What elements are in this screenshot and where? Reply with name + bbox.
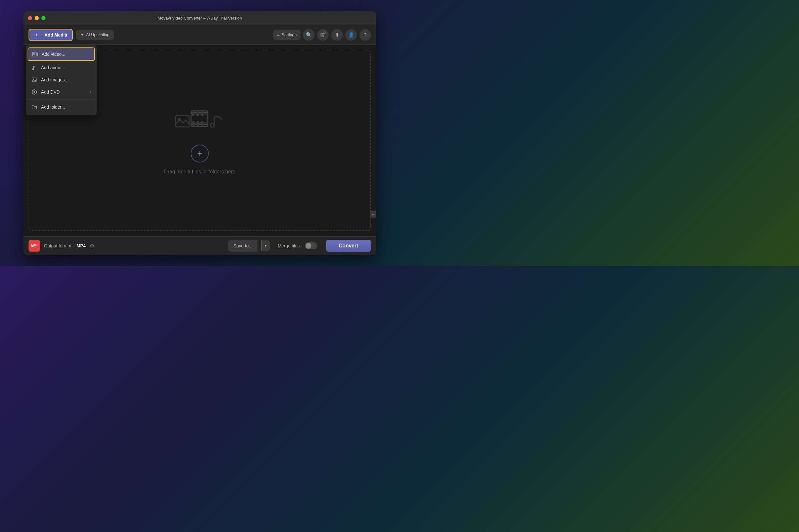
svg-point-6: [32, 90, 37, 94]
toolbar-right: ≡ Settings 🔍 🛒 ⬆ 👤 ?: [273, 29, 371, 41]
plus-icon: ＋: [34, 32, 39, 38]
save-to-button[interactable]: Save to...: [228, 240, 258, 251]
app-window: Movavi Video Converter – 7-Day Trial Ver…: [23, 11, 376, 255]
search-icon: 🔍: [306, 32, 312, 38]
ai-upscaling-button[interactable]: ✦ AI Upscaling: [76, 30, 114, 40]
add-folder-label: Add folder...: [41, 104, 65, 110]
share-button[interactable]: ⬆: [331, 29, 343, 41]
save-to-label: Save to...: [234, 243, 252, 248]
add-media-dropdown: Add video... Add audio...: [26, 44, 96, 115]
gear-icon: ⚙: [90, 242, 95, 249]
menu-item-add-audio[interactable]: Add audio...: [26, 61, 96, 74]
ai-upscaling-label: AI Upscaling: [86, 32, 109, 37]
cart-icon: 🛒: [320, 32, 326, 38]
share-icon: ⬆: [335, 32, 339, 38]
audio-icon: [32, 65, 37, 71]
folder-icon: [32, 104, 37, 110]
svg-rect-16: [192, 121, 194, 126]
add-files-button[interactable]: +: [191, 145, 209, 163]
submenu-arrow-icon: ›: [90, 90, 91, 94]
window-controls: [28, 16, 45, 20]
svg-rect-13: [192, 112, 194, 116]
add-audio-label: Add audio...: [41, 65, 65, 70]
settings-label: Settings: [281, 32, 297, 37]
video-icon: [32, 51, 38, 57]
format-icon: MP4: [29, 240, 40, 251]
bottom-bar: MP4 Output format: MP4 ⚙ Save to... ▾ Me…: [23, 236, 376, 255]
convert-label: Convert: [339, 243, 358, 248]
question-icon: ?: [364, 32, 367, 38]
close-button[interactable]: [28, 16, 32, 20]
add-video-label: Add video...: [42, 52, 66, 57]
menu-divider: [26, 99, 96, 100]
menu-item-add-folder[interactable]: Add folder...: [26, 101, 96, 113]
add-images-label: Add images...: [41, 77, 69, 82]
sliders-icon: ≡: [277, 32, 280, 37]
svg-point-3: [32, 69, 34, 70]
svg-point-7: [34, 91, 35, 93]
account-button[interactable]: 👤: [345, 29, 357, 41]
format-settings-button[interactable]: ⚙: [90, 242, 95, 249]
svg-rect-17: [197, 121, 199, 126]
scroll-up-button[interactable]: ∧: [370, 211, 376, 217]
output-format-value: MP4: [76, 243, 86, 248]
chevron-down-icon: ▾: [265, 244, 267, 247]
film-icon: [188, 108, 210, 134]
toolbar: ＋ + Add Media ✦ AI Upscaling ≡ Settings …: [23, 25, 376, 44]
drop-zone-text: Drag media files or folders here: [164, 169, 235, 175]
merge-files-toggle[interactable]: [305, 242, 317, 249]
svg-rect-18: [201, 121, 203, 126]
search-button[interactable]: 🔍: [303, 29, 315, 41]
image-icon: [32, 77, 37, 83]
merge-files-label: Merge files:: [278, 243, 301, 248]
chevron-up-icon: ∧: [372, 212, 374, 216]
svg-point-19: [210, 124, 214, 127]
music-icon: [208, 113, 225, 135]
main-area: Add video... Add audio...: [23, 44, 376, 236]
sparkle-icon: ✦: [80, 32, 84, 37]
format-icon-label: MP4: [31, 244, 38, 247]
help-button[interactable]: ?: [359, 29, 371, 41]
add-dvd-label: Add DVD: [41, 90, 60, 95]
menu-item-add-video[interactable]: Add video...: [27, 48, 95, 61]
cart-button[interactable]: 🛒: [317, 29, 329, 41]
settings-button[interactable]: ≡ Settings: [273, 30, 300, 40]
output-format-prefix: Output format:: [44, 243, 72, 248]
add-media-button[interactable]: ＋ + Add Media: [29, 29, 73, 41]
titlebar: Movavi Video Converter – 7-Day Trial Ver…: [23, 11, 376, 25]
convert-button[interactable]: Convert: [326, 240, 371, 252]
minimize-button[interactable]: [35, 16, 39, 20]
save-to-dropdown-button[interactable]: ▾: [261, 240, 270, 251]
drop-zone-icons: [174, 106, 225, 138]
maximize-button[interactable]: [41, 16, 45, 20]
svg-rect-15: [201, 112, 203, 116]
dvd-icon: [32, 89, 37, 95]
toggle-knob: [305, 243, 311, 249]
menu-item-add-images[interactable]: Add images...: [26, 74, 96, 86]
svg-rect-14: [197, 112, 199, 116]
person-icon: 👤: [348, 32, 354, 38]
menu-item-add-dvd[interactable]: Add DVD ›: [26, 86, 96, 98]
window-title: Movavi Video Converter – 7-Day Trial Ver…: [158, 16, 242, 20]
add-media-label: + Add Media: [41, 32, 67, 38]
